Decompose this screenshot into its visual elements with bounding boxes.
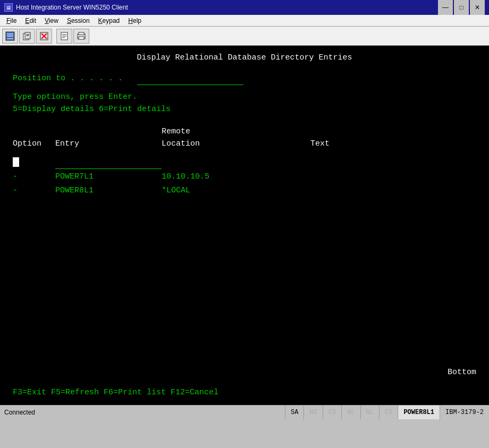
status-badge-ibm: IBM-3179-2 <box>440 405 489 419</box>
screen-title: Display Relational Database Directory En… <box>13 52 476 64</box>
menu-edit[interactable]: Edit <box>21 16 40 26</box>
toolbar-btn-2[interactable] <box>19 29 35 44</box>
status-bar: Connected SA NO CS NL NL CS POWER8L1 IBM… <box>0 405 489 419</box>
position-input-underline[interactable] <box>137 73 243 86</box>
status-badge-cs: CS <box>323 405 341 419</box>
app-icon: 🖥 <box>4 3 13 12</box>
toolbar-btn-4[interactable] <box>56 29 72 44</box>
opt-cell-2: - <box>13 171 55 183</box>
instructions-line2: 5=Display details 6=Print details <box>13 104 476 116</box>
svg-rect-16 <box>79 37 84 39</box>
opt-cell-1 <box>13 157 55 169</box>
location-cell-3: *LOCAL <box>162 185 310 197</box>
col-location-header: Location <box>162 138 310 150</box>
svg-rect-1 <box>7 33 13 37</box>
col-blank2 <box>55 126 162 138</box>
col-entry-header: Entry <box>55 138 162 150</box>
terminal-screen: Display Relational Database Directory En… <box>0 46 489 405</box>
status-connected: Connected <box>0 409 285 416</box>
status-badge-no: NO <box>303 405 322 419</box>
toolbar <box>0 27 489 46</box>
minimize-button[interactable]: — <box>438 0 453 15</box>
menu-session[interactable]: Session <box>63 16 94 26</box>
table-row: - POWER7L1 10.10.10.5 <box>13 171 476 183</box>
entry-cell-3: POWER8L1 <box>55 185 162 197</box>
location-cell-2: 10.10.10.5 <box>162 171 310 183</box>
instructions: Type options, press Enter. 5=Display det… <box>13 91 476 115</box>
status-badge-sa: SA <box>285 405 303 419</box>
svg-rect-15 <box>79 32 84 35</box>
column-headers-row2: Option Entry Location Text <box>13 138 476 150</box>
instructions-line1: Type options, press Enter. <box>13 91 476 104</box>
toolbar-btn-5[interactable] <box>73 29 89 44</box>
toolbar-btn-3[interactable] <box>36 29 52 44</box>
status-badge-power8l1: POWER8L1 <box>398 405 440 419</box>
menu-view[interactable]: View <box>40 16 63 26</box>
close-button[interactable]: ✕ <box>470 0 485 15</box>
column-headers: Remote <box>13 126 476 138</box>
status-badge-nl1: NL <box>341 405 360 419</box>
function-keys: F3=Exit F5=Refresh F6=Print list F12=Can… <box>13 387 218 399</box>
col-blank <box>13 126 55 138</box>
entry-cell-1 <box>55 156 162 169</box>
table-row: - POWER8L1 *LOCAL <box>13 185 476 197</box>
bottom-label: Bottom <box>448 367 476 379</box>
title-bar-left: 🖥 Host Integration Server WIN5250 Client <box>4 3 128 12</box>
table-row <box>13 156 476 169</box>
col-text-header: Text <box>310 138 330 150</box>
title-bar: 🖥 Host Integration Server WIN5250 Client… <box>0 0 489 15</box>
menu-bar: File Edit View Session Keypad Help <box>0 15 489 27</box>
cursor-block <box>13 157 19 167</box>
status-badge-nl2: NL <box>360 405 379 419</box>
col-remote-header: Remote <box>162 126 310 138</box>
window-title: Host Integration Server WIN5250 Client <box>16 4 128 11</box>
maximize-button[interactable]: □ <box>454 0 469 15</box>
entry-cell-2: POWER7L1 <box>55 171 162 183</box>
status-badge-cs2: CS <box>379 405 398 419</box>
menu-file[interactable]: File <box>2 16 21 26</box>
svg-rect-2 <box>7 38 13 39</box>
title-bar-buttons: — □ ✕ <box>438 0 485 15</box>
position-label: Position to . . . . . . <box>13 73 123 85</box>
menu-keypad[interactable]: Keypad <box>94 16 124 26</box>
menu-help[interactable]: Help <box>124 16 146 26</box>
position-line: Position to . . . . . . <box>13 73 476 86</box>
opt-cell-3: - <box>13 185 55 197</box>
toolbar-btn-1[interactable] <box>2 29 18 44</box>
col-option-header: Option <box>13 138 55 150</box>
